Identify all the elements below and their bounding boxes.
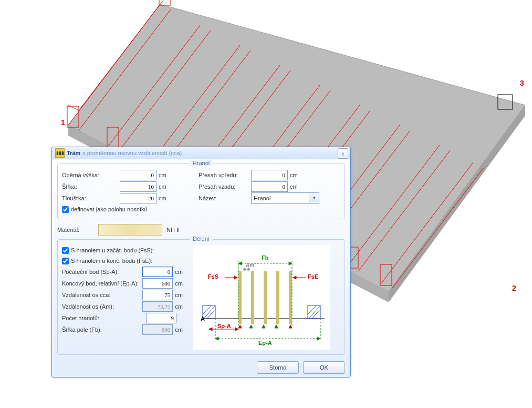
- svg-text:A: A: [201, 315, 205, 322]
- close-icon: x: [341, 150, 345, 157]
- unit-cm: cm: [159, 172, 166, 178]
- svg-marker-38: [234, 276, 237, 279]
- svg-rect-20: [251, 271, 254, 324]
- material-row: Materiál: NH II: [57, 222, 345, 237]
- button-bar: Storno OK: [57, 358, 345, 374]
- nazev-value: Hranol: [254, 195, 270, 201]
- fse-label: S hranolem u konc. bodu (FsE):: [71, 258, 152, 264]
- svg-marker-36: [275, 325, 278, 328]
- svg-marker-47: [243, 268, 245, 271]
- presah-vzadu-input[interactable]: [251, 181, 288, 192]
- operna-vyska-input[interactable]: [120, 170, 157, 180]
- svg-marker-30: [238, 262, 242, 265]
- dialog-title-rest: s proměnnou osovou vzdáleností (cca): [82, 150, 182, 156]
- epa-label: Koncový bod, relativní (Ep-A):: [62, 280, 142, 287]
- group-hranol: Hranol Opěrná výška: cm Šířka: cm Tloušť…: [57, 164, 345, 219]
- group-deleni-legend: Dělení: [190, 236, 213, 242]
- svg-text:Am: Am: [246, 262, 254, 268]
- pocet-input[interactable]: [146, 313, 176, 323]
- group-hranol-legend: Hranol: [190, 160, 213, 166]
- svg-marker-45: [289, 325, 292, 328]
- division-diagram: Fb Am FsS FsE A Sp-A Ep-A: [193, 245, 330, 350]
- point-label-3: 3: [520, 79, 524, 87]
- svg-marker-32: [215, 337, 218, 340]
- point-label-2: 2: [512, 284, 516, 292]
- tloustka-label: Tloušťka:: [62, 195, 120, 201]
- presah-vpredu-label: Přesah vpředu:: [199, 172, 251, 178]
- dialog-titlebar[interactable]: ▮▮▮ Trám s proměnnou osovou vzdáleností …: [52, 147, 350, 159]
- definovat-checkbox[interactable]: [62, 206, 69, 213]
- presah-vpredu-input[interactable]: [251, 170, 288, 180]
- fse-checkbox[interactable]: [62, 258, 69, 264]
- chevron-down-icon: ▾: [309, 193, 319, 202]
- storno-button[interactable]: Storno: [257, 361, 299, 374]
- vzd-cca-input[interactable]: [142, 290, 173, 300]
- pocet-label: Počet hranolů:: [62, 315, 146, 321]
- svg-marker-43: [235, 328, 238, 331]
- material-name: NH II: [166, 227, 180, 233]
- nazev-select[interactable]: Hranol ▾: [251, 192, 319, 204]
- fb-input: [142, 324, 173, 335]
- sirka-input[interactable]: [120, 181, 157, 192]
- fb-label: Šířka pole (Fb):: [62, 327, 142, 333]
- svg-rect-22: [276, 271, 279, 324]
- definovat-checkbox-row: definovat jako polohu nosníků: [62, 204, 340, 215]
- am-input: [142, 301, 173, 312]
- svg-rect-19: [238, 271, 242, 324]
- tloustka-input[interactable]: [120, 193, 157, 203]
- svg-rect-23: [289, 271, 292, 324]
- material-swatch[interactable]: [98, 224, 162, 236]
- am-label: Vzdálenost os (Am):: [62, 303, 142, 310]
- presah-vzadu-label: Přesah vzadu:: [199, 183, 251, 190]
- spa-input[interactable]: [142, 267, 173, 277]
- svg-marker-44: [238, 325, 242, 328]
- svg-text:FsE: FsE: [308, 273, 318, 280]
- svg-marker-40: [293, 276, 296, 279]
- fss-checkbox[interactable]: [62, 247, 69, 254]
- point-label-1: 1: [61, 118, 65, 127]
- beam-dialog: ▮▮▮ Trám s proměnnou osovou vzdáleností …: [51, 147, 351, 378]
- svg-line-18: [308, 305, 316, 314]
- dialog-title-strong: Trám: [67, 150, 80, 156]
- svg-marker-31: [289, 262, 292, 265]
- nazev-label: Název:: [199, 195, 251, 201]
- fss-label: S hranolem u začát. bodu (FsS):: [71, 247, 154, 253]
- svg-text:Ep-A: Ep-A: [258, 340, 272, 346]
- ok-button[interactable]: OK: [303, 361, 345, 374]
- svg-marker-34: [249, 325, 253, 328]
- svg-rect-21: [264, 271, 267, 324]
- operna-vyska-label: Opěrná výška:: [62, 172, 120, 178]
- spa-label: Počáteční bod (Sp-A):: [62, 269, 142, 275]
- close-button[interactable]: x: [338, 148, 348, 159]
- vzd-cca-label: Vzdálenost os cca:: [62, 292, 142, 298]
- svg-text:Fb: Fb: [262, 254, 269, 261]
- epa-input[interactable]: [142, 278, 173, 289]
- svg-line-14: [203, 305, 211, 314]
- svg-marker-33: [317, 337, 320, 340]
- svg-text:Sp-A: Sp-A: [217, 323, 231, 329]
- svg-text:FsS: FsS: [208, 273, 218, 280]
- material-label: Materiál:: [57, 227, 98, 233]
- app-icon: ▮▮▮: [55, 148, 65, 158]
- sirka-label: Šířka:: [62, 183, 120, 190]
- svg-marker-42: [209, 328, 212, 331]
- group-deleni: Dělení S hranolem u začát. bodu (FsS): S…: [57, 239, 345, 355]
- svg-marker-35: [262, 325, 265, 328]
- definovat-label: definovat jako polohu nosníků: [71, 206, 148, 212]
